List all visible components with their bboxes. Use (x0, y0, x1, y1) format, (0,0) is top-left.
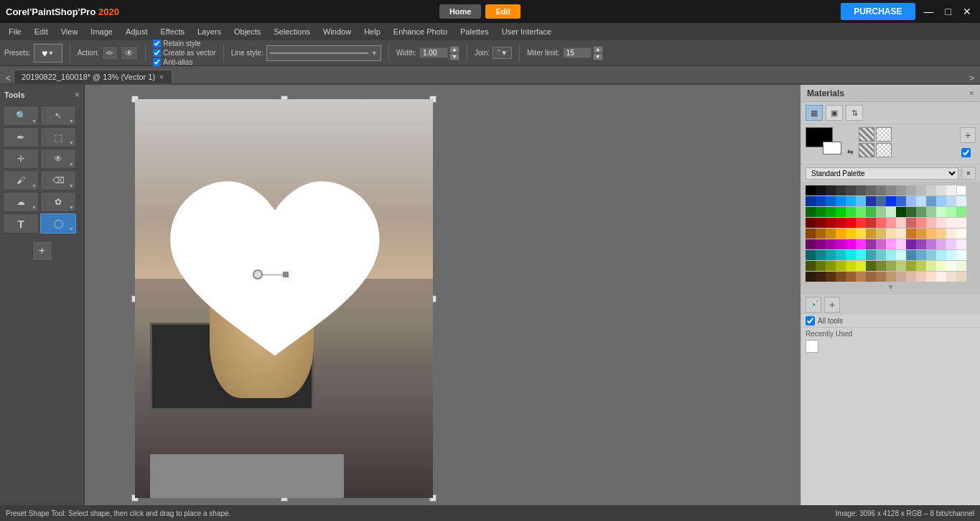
miter-input[interactable] (563, 47, 592, 58)
create-as-vector-input[interactable] (153, 49, 161, 57)
close-window-button[interactable]: ✕ (960, 6, 974, 17)
color-cell[interactable] (936, 239, 946, 249)
canvas-area[interactable] (85, 85, 801, 505)
color-cell[interactable] (886, 185, 896, 195)
color-cell[interactable] (836, 207, 846, 217)
color-cell[interactable] (926, 218, 936, 228)
color-cell[interactable] (866, 272, 876, 282)
color-cell[interactable] (896, 250, 906, 260)
menu-objects[interactable]: Objects (228, 26, 266, 37)
palette-sort-button[interactable]: ≡ (961, 167, 976, 180)
pattern-swatch[interactable] (859, 127, 874, 142)
color-cell[interactable] (866, 250, 876, 260)
color-cell[interactable] (956, 196, 966, 206)
maximize-button[interactable]: □ (943, 6, 954, 17)
color-cell[interactable] (886, 207, 896, 217)
color-cell[interactable] (846, 218, 856, 228)
color-cell[interactable] (946, 261, 956, 271)
color-cell[interactable] (806, 239, 816, 249)
color-cell[interactable] (866, 218, 876, 228)
tab-next-button[interactable]: > (966, 73, 977, 83)
minimize-button[interactable]: — (921, 6, 937, 17)
menu-window[interactable]: Window (317, 26, 357, 37)
color-cell[interactable] (906, 250, 916, 260)
color-cell[interactable] (956, 218, 966, 228)
color-cell[interactable] (926, 250, 936, 260)
width-spinner[interactable]: ▲ ▼ (419, 46, 459, 60)
action-draw-button[interactable]: ✏ (102, 46, 118, 60)
color-cell[interactable] (846, 261, 856, 271)
color-cell[interactable] (846, 196, 856, 206)
color-cell[interactable] (866, 261, 876, 271)
color-cell[interactable] (916, 196, 926, 206)
color-cell[interactable] (826, 196, 836, 206)
color-cell[interactable] (896, 229, 906, 239)
color-cell[interactable] (946, 239, 956, 249)
color-cell[interactable] (876, 272, 886, 282)
color-cell[interactable] (816, 185, 826, 195)
color-cell[interactable] (856, 218, 866, 228)
menu-edit[interactable]: Edit (29, 26, 54, 37)
color-cell[interactable] (866, 185, 876, 195)
color-cell[interactable] (826, 207, 836, 217)
zoom-tool[interactable]: 🔍 ▼ (3, 106, 39, 126)
color-cell[interactable] (836, 261, 846, 271)
color-cell[interactable] (906, 196, 916, 206)
retain-style-input[interactable] (153, 40, 161, 47)
color-cell[interactable] (916, 229, 926, 239)
color-cell[interactable] (936, 196, 946, 206)
palette-select[interactable]: Standard Palette (806, 167, 958, 180)
color-cell[interactable] (906, 261, 916, 271)
tab-close-button[interactable]: × (159, 73, 164, 81)
color-cell[interactable] (896, 196, 906, 206)
color-cell[interactable] (956, 261, 966, 271)
color-cell[interactable] (806, 207, 816, 217)
color-cell[interactable] (816, 261, 826, 271)
color-cell[interactable] (896, 239, 906, 249)
color-cell[interactable] (826, 272, 836, 282)
line-style-selector[interactable]: ▼ (266, 45, 381, 61)
color-cell[interactable] (826, 239, 836, 249)
color-cell[interactable] (876, 261, 886, 271)
color-cell[interactable] (906, 239, 916, 249)
color-cell[interactable] (886, 229, 896, 239)
move-tool[interactable]: ✛ (3, 149, 39, 169)
materials-list-view[interactable]: ▣ (826, 105, 843, 121)
color-cell[interactable] (936, 250, 946, 260)
color-cell[interactable] (816, 239, 826, 249)
color-cell[interactable] (936, 261, 946, 271)
color-cell[interactable] (916, 261, 926, 271)
background-swatch[interactable] (823, 142, 841, 155)
menu-file[interactable]: File (3, 26, 27, 37)
color-cell[interactable] (876, 218, 886, 228)
color-cell[interactable] (936, 218, 946, 228)
color-cell[interactable] (836, 185, 846, 195)
menu-adjust[interactable]: Adjust (120, 26, 154, 37)
color-cell[interactable] (876, 185, 886, 195)
add-tool-button[interactable]: + (32, 241, 52, 261)
menu-enhance-photo[interactable]: Enhance Photo (388, 26, 453, 37)
color-cell[interactable] (906, 207, 916, 217)
color-cell[interactable] (906, 185, 916, 195)
color-cell[interactable] (896, 218, 906, 228)
materials-sort[interactable]: ⇅ (846, 105, 863, 121)
transparent-swatch-2[interactable] (876, 143, 892, 157)
color-cell[interactable] (946, 196, 956, 206)
color-cell[interactable] (836, 229, 846, 239)
color-cell[interactable] (826, 218, 836, 228)
add-material-button[interactable]: + (960, 127, 976, 143)
color-cell[interactable] (876, 239, 886, 249)
color-cell[interactable] (916, 207, 926, 217)
color-cell[interactable] (916, 185, 926, 195)
color-cell[interactable] (906, 272, 916, 282)
color-cell[interactable] (926, 239, 936, 249)
home-button[interactable]: Home (439, 4, 482, 19)
color-cell[interactable] (926, 229, 936, 239)
color-cell[interactable] (946, 272, 956, 282)
color-cell[interactable] (956, 229, 966, 239)
color-cell[interactable] (876, 196, 886, 206)
recent-color-white[interactable] (806, 340, 818, 353)
text-tool[interactable]: T (3, 213, 39, 234)
color-cell[interactable] (876, 229, 886, 239)
clone-tool[interactable]: ☁ ▼ (3, 192, 39, 212)
